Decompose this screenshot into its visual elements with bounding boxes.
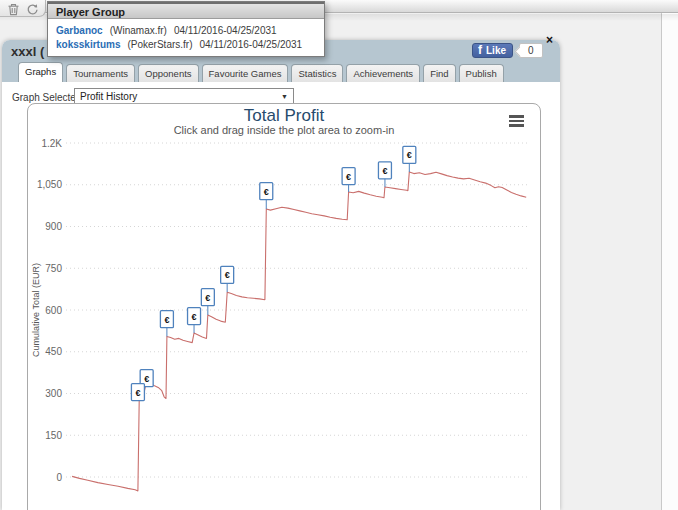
chevron-down-icon: ▼: [281, 93, 288, 100]
popup-title: Player Group: [48, 2, 324, 19]
svg-text:€: €: [205, 293, 210, 303]
player-name-link[interactable]: Garbanoc: [56, 25, 103, 36]
profit-line-series: [72, 172, 526, 491]
y-tick-label: 0: [56, 472, 62, 483]
euro-flag-marker[interactable]: €: [131, 384, 144, 401]
svg-text:€: €: [135, 388, 140, 398]
svg-text:€: €: [144, 374, 149, 384]
tab-statistics[interactable]: Statistics: [291, 64, 343, 82]
chart-subtitle: Click and drag inside the plot area to z…: [174, 124, 395, 136]
tab-achievements[interactable]: Achievements: [346, 64, 420, 82]
sharkscope-widget: xxxl ( f Like 0 × GraphsTournamentsOppon…: [2, 40, 560, 510]
euro-flag-marker[interactable]: €: [342, 168, 355, 192]
facebook-logo-icon: f: [478, 45, 482, 55]
tab-tournaments[interactable]: Tournaments: [66, 64, 135, 82]
svg-text:€: €: [192, 312, 197, 322]
y-tick-label: 150: [45, 430, 62, 441]
tab-find[interactable]: Find: [423, 64, 455, 82]
y-tick-label: 300: [45, 388, 62, 399]
euro-flag-marker[interactable]: €: [403, 146, 416, 171]
euro-flag-marker[interactable]: €: [160, 311, 173, 337]
euro-flag-marker[interactable]: €: [201, 289, 214, 315]
y-tick-label: 1,050: [37, 179, 62, 190]
scrollbar-track[interactable]: [661, 13, 678, 510]
svg-text:€: €: [346, 172, 351, 182]
player-date-range: 04/11/2016-04/25/2031: [200, 39, 303, 50]
euro-flag-marker[interactable]: €: [188, 308, 201, 333]
profit-chart-panel: 01503004506007509001,0501.2KTotal Profit…: [27, 103, 541, 510]
trash-icon[interactable]: [7, 2, 20, 15]
player-date-range: 04/11/2016-04/25/2031: [174, 25, 277, 36]
svg-text:€: €: [407, 150, 412, 160]
chart-menu-icon[interactable]: [509, 115, 524, 127]
widget-content: Graph Selected: Profit History ▼ 0150300…: [2, 82, 560, 510]
player-site: (PokerStars.fr): [127, 39, 192, 50]
tab-favourite-games[interactable]: Favourite Games: [202, 64, 289, 82]
player-entry: koksskirtums(PokerStars.fr)04/11/2016-04…: [56, 38, 316, 51]
svg-text:€: €: [264, 187, 269, 197]
svg-text:€: €: [382, 166, 387, 176]
y-tick-label: 1.2K: [41, 138, 62, 149]
tab-publish[interactable]: Publish: [459, 64, 504, 82]
tab-graphs[interactable]: Graphs: [18, 62, 63, 82]
svg-text:€: €: [225, 270, 230, 280]
facebook-like-button[interactable]: f Like: [472, 43, 513, 58]
tab-opponents[interactable]: Opponents: [138, 64, 198, 82]
svg-text:€: €: [164, 315, 169, 325]
y-tick-label: 750: [45, 263, 62, 274]
chart-title: Total Profit: [244, 106, 325, 125]
like-label: Like: [486, 45, 506, 56]
facebook-like-widget: f Like 0: [472, 43, 543, 58]
widget-title: xxxl (: [11, 44, 44, 59]
player-group-popup: Player Group Garbanoc(Winamax.fr)04/11/2…: [47, 1, 325, 57]
like-count-bubble: 0: [519, 43, 543, 58]
y-axis-title: Cumulative Total (EUR): [31, 263, 41, 357]
player-site: (Winamax.fr): [110, 25, 167, 36]
widget-toolbar-tab: [0, 0, 46, 17]
y-tick-label: 600: [45, 305, 62, 316]
euro-flag-marker[interactable]: €: [260, 183, 273, 209]
player-name-link[interactable]: koksskirtums: [56, 39, 120, 50]
chart-svg[interactable]: 01503004506007509001,0501.2KTotal Profit…: [28, 104, 540, 510]
refresh-icon[interactable]: [26, 2, 39, 15]
graph-select-value: Profit History: [80, 91, 137, 102]
close-icon[interactable]: ×: [546, 34, 553, 46]
euro-flag-marker[interactable]: €: [221, 266, 234, 292]
player-entry: Garbanoc(Winamax.fr)04/11/2016-04/25/203…: [56, 24, 316, 37]
y-tick-label: 900: [45, 221, 62, 232]
popup-body: Garbanoc(Winamax.fr)04/11/2016-04/25/203…: [48, 19, 324, 56]
euro-flag-marker[interactable]: €: [378, 162, 391, 187]
tab-bar: GraphsTournamentsOpponentsFavourite Game…: [2, 62, 560, 82]
y-tick-label: 450: [45, 346, 62, 357]
